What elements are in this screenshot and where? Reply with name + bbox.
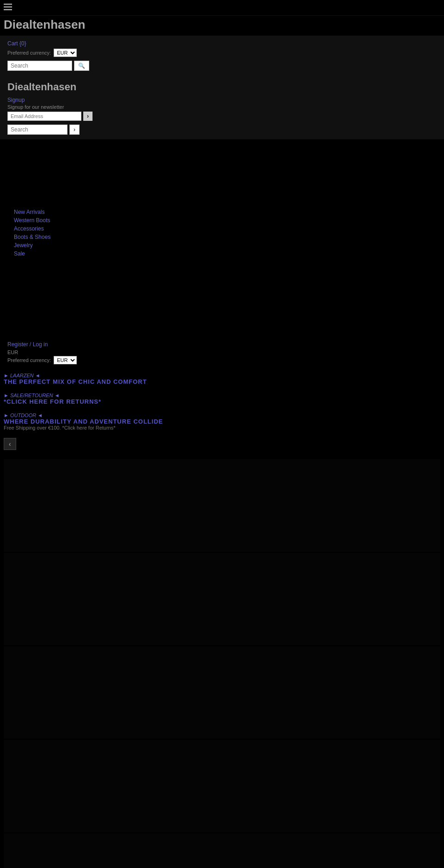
newsletter-row: › xyxy=(7,112,437,121)
nav-item-western-boots[interactable]: Western Boots xyxy=(14,217,444,224)
content-image-block-2 xyxy=(4,553,440,645)
top-bar xyxy=(0,0,444,16)
search-input-2[interactable] xyxy=(7,125,68,135)
promo-heading-1[interactable]: THE PERFECT MIX OF CHIC AND COMFORT xyxy=(4,378,440,385)
currency-row: Preferred currency: EUR USD GBP xyxy=(7,49,437,57)
newsletter-submit-button[interactable]: › xyxy=(83,112,92,121)
currency-prefix-label-2: Preferred currency: xyxy=(7,357,51,363)
hamburger-icon[interactable] xyxy=(4,4,12,10)
blank-area-1 xyxy=(0,263,444,337)
search-input[interactable] xyxy=(7,61,72,71)
content-image-block-4 xyxy=(4,740,440,832)
promo-tag-2: ► SALE/RETOUREN ◄ xyxy=(4,393,440,398)
nav-item-jewelry[interactable]: Jewelry xyxy=(14,242,444,249)
nav-item-new-arrivals[interactable]: New Arrivals xyxy=(14,209,444,215)
auth-link[interactable]: Register / Log in xyxy=(7,341,437,348)
carousel-nav: ‹ xyxy=(4,438,440,450)
currency-prefix-label: Preferred currency: xyxy=(7,50,51,56)
mobile-nav: Cart {0} Preferred currency: EUR USD GBP… xyxy=(0,36,444,78)
carousel-prev-button[interactable]: ‹ xyxy=(4,438,16,450)
currency-select[interactable]: EUR USD GBP xyxy=(54,49,77,57)
email-input[interactable] xyxy=(7,112,81,121)
nav-link-jewelry[interactable]: Jewelry xyxy=(14,242,33,249)
nav-link-western-boots[interactable]: Western Boots xyxy=(14,217,50,224)
nav-item-boots-shoes[interactable]: Boots & Shoes xyxy=(14,234,444,240)
dark-section xyxy=(0,139,444,204)
auth-section: Register / Log in EUR Preferred currency… xyxy=(0,337,444,368)
promo-tag-3: ► OUTDOOR ◄ xyxy=(4,412,440,418)
main-content: ► LAARZEN ◄ THE PERFECT MIX OF CHIC AND … xyxy=(0,368,444,868)
currency-select-2[interactable]: EUR USD GBP xyxy=(54,356,77,364)
nav-item-accessories[interactable]: Accessories xyxy=(14,225,444,232)
promo-section-2: ► SALE/RETOUREN ◄ *CLICK HERE FOR RETURN… xyxy=(4,393,440,405)
promo-section-3: ► OUTDOOR ◄ WHERE DURABILITY AND ADVENTU… xyxy=(4,412,440,431)
nav-link-sale[interactable]: Sale xyxy=(14,250,25,257)
search-button[interactable]: 🔍 xyxy=(74,61,89,71)
signup-label: Signup xyxy=(7,97,437,103)
promo-section-1: ► LAARZEN ◄ THE PERFECT MIX OF CHIC AND … xyxy=(4,373,440,385)
currency-row2: Preferred currency: EUR USD GBP xyxy=(7,356,437,364)
site-title-secondary: Diealtenhasen xyxy=(7,81,437,93)
nav-item-sale[interactable]: Sale xyxy=(14,250,444,257)
promo-tag-1: ► LAARZEN ◄ xyxy=(4,373,440,378)
eur-label: EUR xyxy=(7,350,437,355)
content-image-block-3 xyxy=(4,646,440,739)
promo-heading-3[interactable]: WHERE DURABILITY AND ADVENTURE COLLIDE xyxy=(4,418,440,425)
search-row: 🔍 xyxy=(7,61,437,71)
newsletter-section: Diealtenhasen Signup Signup for our news… xyxy=(0,78,444,139)
cart-badge[interactable]: Cart {0} xyxy=(7,40,437,47)
site-title-top: Diealtenhasen xyxy=(0,16,444,36)
page-wrapper: Diealtenhasen Cart {0} Preferred currenc… xyxy=(0,0,444,868)
search-button-2[interactable]: › xyxy=(69,125,80,135)
content-image-block-1 xyxy=(4,459,440,552)
content-image-block-5 xyxy=(4,833,440,868)
promo-subtext-3: Free Shipping over €100. *Click here for… xyxy=(4,425,440,431)
newsletter-text: Signup for our newsletter xyxy=(7,104,437,110)
nav-link-accessories[interactable]: Accessories xyxy=(14,225,44,232)
promo-heading-2[interactable]: *CLICK HERE FOR RETURNS* xyxy=(4,398,440,405)
nav-link-new-arrivals[interactable]: New Arrivals xyxy=(14,209,45,215)
sidebar-nav: New Arrivals Western Boots Accessories B… xyxy=(0,204,444,263)
nav-link-boots-shoes[interactable]: Boots & Shoes xyxy=(14,234,50,240)
nav-items-list: New Arrivals Western Boots Accessories B… xyxy=(14,209,444,257)
search-row2: › xyxy=(7,125,437,135)
